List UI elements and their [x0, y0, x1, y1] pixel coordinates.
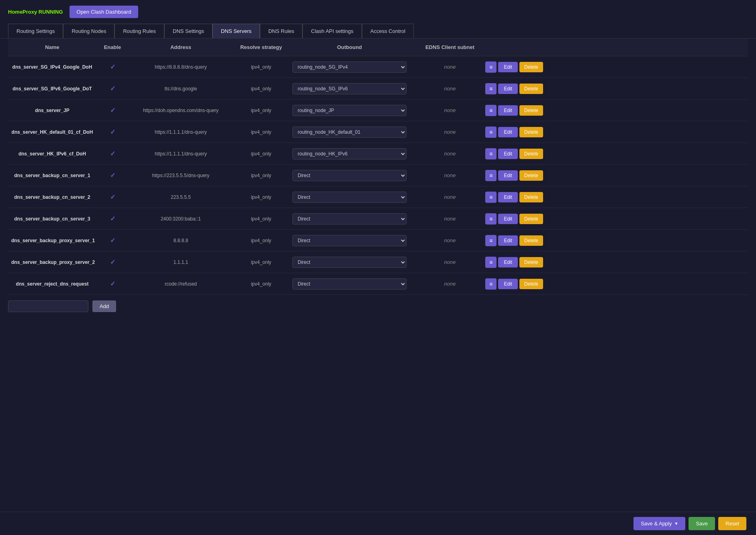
delete-button[interactable]: Delete: [519, 257, 543, 268]
cell-outbound[interactable]: Direct: [289, 232, 410, 249]
delete-button[interactable]: Delete: [519, 170, 543, 181]
cell-outbound[interactable]: routing_node_SG_IPv6: [289, 80, 410, 98]
menu-button[interactable]: ≡: [485, 257, 497, 268]
outbound-select[interactable]: Direct: [292, 278, 407, 290]
cell-edns: none: [410, 61, 490, 73]
menu-button[interactable]: ≡: [485, 278, 497, 290]
table-row: dns_server_backup_cn_server_2 ✓ 223.5.5.…: [8, 186, 748, 208]
outbound-select[interactable]: Direct: [292, 257, 407, 268]
add-button[interactable]: Add: [92, 300, 116, 312]
col-resolve: Resolve strategy: [233, 43, 289, 52]
delete-button[interactable]: Delete: [519, 84, 543, 94]
edit-button[interactable]: Edit: [498, 149, 518, 159]
app-title: HomeProxy RUNNING: [8, 9, 63, 15]
cell-actions: ≡ Edit Delete: [490, 210, 538, 228]
menu-button[interactable]: ≡: [485, 83, 497, 94]
table-row: dns_server_HK_default_01_cf_DoH ✓ https:…: [8, 121, 748, 143]
delete-button[interactable]: Delete: [519, 279, 543, 289]
cell-resolve: ipv4_only: [233, 278, 289, 290]
cell-actions: ≡ Edit Delete: [490, 58, 538, 76]
outbound-select[interactable]: Direct: [292, 192, 407, 203]
edit-button[interactable]: Edit: [498, 105, 518, 116]
delete-button[interactable]: Delete: [519, 235, 543, 246]
tab-access-control[interactable]: Access Control: [362, 24, 414, 38]
add-input[interactable]: [8, 300, 88, 312]
edit-button[interactable]: Edit: [498, 170, 518, 181]
edit-button[interactable]: Edit: [498, 279, 518, 289]
table-row: dns_server_HK_IPv6_cf_DoH ✓ https://1.1.…: [8, 143, 748, 165]
delete-button[interactable]: Delete: [519, 62, 543, 72]
cell-outbound[interactable]: routing_node_SG_IPv4: [289, 58, 410, 76]
menu-button[interactable]: ≡: [485, 170, 497, 181]
edit-button[interactable]: Edit: [498, 127, 518, 137]
edit-button[interactable]: Edit: [498, 214, 518, 224]
cell-name: dns_server_HK_IPv6_cf_DoH: [8, 148, 96, 160]
cell-enable: ✓: [96, 82, 129, 96]
cell-address: https://1.1.1.1/dns-query: [129, 148, 233, 160]
cell-actions: ≡ Edit Delete: [490, 188, 538, 206]
outbound-select[interactable]: routing_node_SG_IPv4: [292, 61, 407, 73]
menu-button[interactable]: ≡: [485, 127, 497, 138]
table-row: dns_server_SG_IPv4_Google_DoH ✓ https://…: [8, 56, 748, 78]
cell-outbound[interactable]: routing_node_HK_default_01: [289, 123, 410, 141]
edit-button[interactable]: Edit: [498, 257, 518, 268]
cell-outbound[interactable]: Direct: [289, 188, 410, 206]
tab-dns-servers[interactable]: DNS Servers: [212, 24, 260, 38]
cell-enable: ✓: [96, 277, 129, 291]
cell-outbound[interactable]: Direct: [289, 167, 410, 184]
cell-outbound[interactable]: routing_node_JP: [289, 102, 410, 119]
cell-actions: ≡ Edit Delete: [490, 253, 538, 271]
cell-actions: ≡ Edit Delete: [490, 102, 538, 119]
delete-button[interactable]: Delete: [519, 105, 543, 116]
delete-button[interactable]: Delete: [519, 127, 543, 137]
menu-button[interactable]: ≡: [485, 61, 497, 73]
delete-button[interactable]: Delete: [519, 149, 543, 159]
menu-button[interactable]: ≡: [485, 105, 497, 116]
cell-edns: none: [410, 82, 490, 95]
cell-actions: ≡ Edit Delete: [490, 80, 538, 98]
cell-actions: ≡ Edit Delete: [490, 275, 538, 293]
menu-button[interactable]: ≡: [485, 192, 497, 203]
cell-address: https://doh.opendns.com/dns-query: [129, 104, 233, 116]
tab-dns-settings[interactable]: DNS Settings: [164, 24, 212, 38]
cell-name: dns_server_reject_dns_request: [8, 278, 96, 290]
delete-button[interactable]: Delete: [519, 214, 543, 224]
save-apply-button[interactable]: Save & Apply ▼: [633, 517, 685, 530]
cell-name: dns_server_backup_cn_server_2: [8, 191, 96, 203]
outbound-select[interactable]: Direct: [292, 170, 407, 181]
outbound-select[interactable]: routing_node_SG_IPv6: [292, 83, 407, 94]
chevron-down-icon: ▼: [674, 521, 678, 526]
menu-button[interactable]: ≡: [485, 148, 497, 159]
cell-address: https://1.1.1.1/dns-query: [129, 126, 233, 138]
tab-clash-api-settings[interactable]: Clash API settings: [302, 24, 362, 38]
outbound-select[interactable]: Direct: [292, 235, 407, 246]
cell-outbound[interactable]: Direct: [289, 253, 410, 271]
outbound-select[interactable]: routing_node_HK_default_01: [292, 127, 407, 138]
cell-name: dns_server_backup_cn_server_3: [8, 213, 96, 225]
outbound-select[interactable]: routing_node_HK_IPv6: [292, 148, 407, 159]
cell-resolve: ipv4_only: [233, 126, 289, 138]
tab-dns-rules[interactable]: DNS Rules: [260, 24, 302, 38]
edit-button[interactable]: Edit: [498, 192, 518, 202]
col-enable: Enable: [96, 43, 129, 52]
cell-outbound[interactable]: routing_node_HK_IPv6: [289, 145, 410, 163]
menu-button[interactable]: ≡: [485, 213, 497, 225]
edit-button[interactable]: Edit: [498, 235, 518, 246]
table-row: dns_server_backup_proxy_server_1 ✓ 8.8.8…: [8, 230, 748, 251]
open-clash-button[interactable]: Open Clash Dashboard: [69, 6, 139, 18]
cell-outbound[interactable]: Direct: [289, 275, 410, 293]
cell-outbound[interactable]: Direct: [289, 210, 410, 228]
edit-button[interactable]: Edit: [498, 62, 518, 72]
save-button[interactable]: Save: [689, 517, 715, 530]
reset-button[interactable]: Reset: [718, 517, 746, 530]
outbound-select[interactable]: Direct: [292, 213, 407, 225]
cell-enable: ✓: [96, 125, 129, 139]
tab-routing-rules[interactable]: Routing Rules: [114, 24, 164, 38]
outbound-select[interactable]: routing_node_JP: [292, 105, 407, 116]
menu-button[interactable]: ≡: [485, 235, 497, 246]
col-outbound: Outbound: [289, 43, 410, 52]
tab-routing-settings[interactable]: Routing Settings: [8, 24, 63, 38]
delete-button[interactable]: Delete: [519, 192, 543, 202]
tab-routing-nodes[interactable]: Routing Nodes: [63, 24, 114, 38]
edit-button[interactable]: Edit: [498, 84, 518, 94]
